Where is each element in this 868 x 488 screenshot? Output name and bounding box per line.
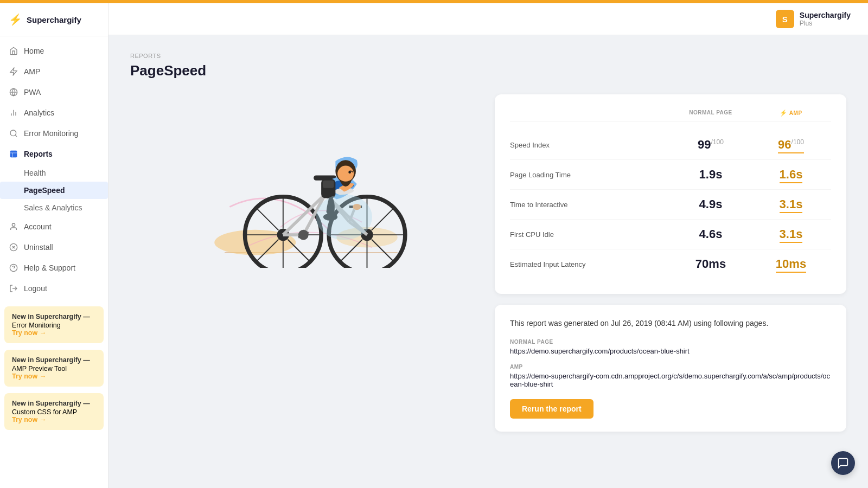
error-monitoring-label: Error Monitoring <box>24 129 78 138</box>
metric-row: Speed Index 99/100 96/100 <box>510 130 831 160</box>
amp-icon <box>9 67 18 76</box>
sidebar-item-pagespeed[interactable]: PageSpeed <box>0 182 108 199</box>
svg-line-7 <box>15 135 17 137</box>
metric-label-2: Time to Interactive <box>510 201 671 209</box>
breadcrumb: REPORTS <box>130 53 846 59</box>
promo-card-2: New in Superchargify — AMP Preview Tool … <box>4 350 104 387</box>
pagespeed-label: PageSpeed <box>24 186 65 195</box>
svg-point-57 <box>337 166 354 182</box>
promo-1-desc: Error Monitoring <box>12 322 96 329</box>
account-icon <box>9 222 18 232</box>
sidebar-item-logout[interactable]: Logout <box>0 278 108 299</box>
metric-row: First CPU Idle 4.6s 3.1s <box>510 220 831 249</box>
avatar: S <box>776 10 794 28</box>
promo-3-desc: Custom CSS for AMP <box>12 408 96 416</box>
sidebar-item-analytics[interactable]: Analytics <box>0 102 108 123</box>
metrics-rows: Speed Index 99/100 96/100 Page Loading T… <box>510 130 831 279</box>
metric-normal-val-0: 99/100 <box>671 138 751 152</box>
metric-normal-val-2: 4.9s <box>671 197 751 211</box>
metric-row: Estimated Input Latency 70ms 10ms <box>510 249 831 279</box>
content: REPORTS PageSpeed <box>108 35 868 449</box>
promo-card-1: New in Superchargify — Error Monitoring … <box>4 306 104 343</box>
health-label: Health <box>24 169 46 177</box>
sidebar-item-pwa[interactable]: PWA <box>0 82 108 102</box>
metric-normal-val-3: 4.6s <box>671 227 751 241</box>
home-icon <box>9 46 18 56</box>
main-area: S Superchargify Plus REPORTS PageSpeed <box>108 3 868 488</box>
pwa-icon <box>9 87 18 97</box>
amp-url: https://demo-superchargify-com.cdn.amppr… <box>510 372 831 388</box>
sidebar-item-help[interactable]: Help & Support <box>0 258 108 278</box>
normal-page-url: https://demo.superchargify.com/products/… <box>510 347 831 355</box>
error-monitoring-icon <box>9 129 18 138</box>
user-name: Superchargify <box>800 11 851 20</box>
user-plan: Plus <box>800 20 851 27</box>
rerun-button[interactable]: Rerun the report <box>510 399 593 419</box>
user-details: Superchargify Plus <box>800 11 851 27</box>
reports-icon <box>9 149 18 159</box>
metric-row: Time to Interactive 4.9s 3.1s <box>510 190 831 220</box>
page-title: PageSpeed <box>130 62 846 79</box>
report-description: This report was generated on Jul 26, 201… <box>510 318 831 329</box>
promo-1-link[interactable]: Try now → <box>12 329 46 337</box>
logo-area[interactable]: ⚡ Superchargify <box>0 3 108 36</box>
logo-icon: ⚡ <box>9 13 22 26</box>
analytics-label: Analytics <box>24 108 54 117</box>
logout-icon <box>9 284 18 293</box>
promo-2-desc: AMP Preview Tool <box>12 365 96 373</box>
illustration-area <box>130 94 482 279</box>
account-label: Account <box>24 222 52 231</box>
header-bar: S Superchargify Plus <box>108 3 868 35</box>
analytics-icon <box>9 108 18 118</box>
sidebar-item-account[interactable]: Account <box>0 216 108 237</box>
metric-amp-val-1: 1.6s <box>751 168 831 182</box>
col-amp-label: ⚡ AMP <box>751 110 831 117</box>
sidebar-item-amp[interactable]: AMP <box>0 61 108 82</box>
metric-label-4: Estimated Input Latency <box>510 260 671 268</box>
help-label: Help & Support <box>24 264 75 272</box>
metric-row: Page Loading Time 1.9s 1.6s <box>510 160 831 190</box>
pwa-label: PWA <box>24 88 41 97</box>
sidebar-item-health[interactable]: Health <box>0 164 108 182</box>
metric-label-1: Page Loading Time <box>510 171 671 179</box>
metric-amp-val-2: 3.1s <box>751 197 831 211</box>
right-column: NORMAL PAGE ⚡ AMP Speed Index 99/100 96/… <box>495 94 846 432</box>
svg-point-11 <box>12 223 15 226</box>
metrics-card: NORMAL PAGE ⚡ AMP Speed Index 99/100 96/… <box>495 94 846 294</box>
user-info[interactable]: S Superchargify Plus <box>776 10 851 28</box>
report-card: This report was generated on Jul 26, 201… <box>495 305 846 432</box>
metric-amp-val-0: 96/100 <box>751 138 831 152</box>
metric-label-0: Speed Index <box>510 141 671 149</box>
promo-card-3: New in Superchargify — Custom CSS for AM… <box>4 393 104 430</box>
promo-1-title: New in Superchargify — <box>12 313 96 320</box>
logout-label: Logout <box>24 284 47 293</box>
sidebar-item-uninstall[interactable]: Uninstall <box>0 237 108 258</box>
logo-text: Superchargify <box>27 15 81 24</box>
content-grid: NORMAL PAGE ⚡ AMP Speed Index 99/100 96/… <box>130 94 846 432</box>
chat-button[interactable] <box>831 451 855 475</box>
svg-point-6 <box>10 130 16 136</box>
nav-section: Home AMP PWA Analytics <box>0 36 108 303</box>
metrics-header: NORMAL PAGE ⚡ AMP <box>510 110 831 121</box>
sales-analytics-label: Sales & Analytics <box>24 203 82 212</box>
sidebar: ⚡ Superchargify Home AMP PWA <box>0 3 108 488</box>
svg-line-39 <box>372 208 394 230</box>
promo-3-link[interactable]: Try now → <box>12 416 46 423</box>
svg-point-61 <box>316 194 372 240</box>
promo-2-title: New in Superchargify — <box>12 356 96 364</box>
promo-2-link[interactable]: Try now → <box>12 373 46 380</box>
promo-3-title: New in Superchargify — <box>12 400 96 407</box>
normal-page-section-label: NORMAL PAGE <box>510 339 831 345</box>
sidebar-item-home[interactable]: Home <box>0 41 108 61</box>
svg-rect-8 <box>10 151 17 157</box>
sidebar-item-reports[interactable]: Reports <box>0 144 108 164</box>
sidebar-item-error-monitoring[interactable]: Error Monitoring <box>0 123 108 144</box>
metric-normal-val-1: 1.9s <box>671 168 751 182</box>
amp-bolt-icon: ⚡ <box>780 110 788 116</box>
uninstall-label: Uninstall <box>24 243 53 252</box>
amp-label: AMP <box>24 67 40 76</box>
svg-line-27 <box>256 208 278 230</box>
svg-rect-60 <box>323 181 334 188</box>
home-label: Home <box>24 47 44 55</box>
sidebar-item-sales-analytics[interactable]: Sales & Analytics <box>0 199 108 216</box>
